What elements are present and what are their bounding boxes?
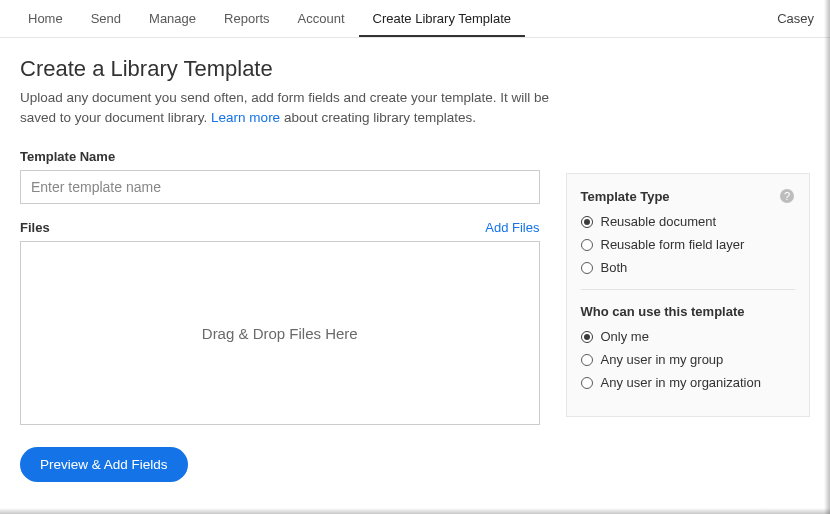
bottom-shadow [0, 508, 830, 514]
template-type-header: Template Type ? [581, 188, 796, 204]
nav-item-account[interactable]: Account [284, 1, 359, 36]
nav-item-reports[interactable]: Reports [210, 1, 284, 36]
template-type-title: Template Type [581, 189, 670, 204]
radio-icon [581, 239, 593, 251]
page-title: Create a Library Template [20, 56, 810, 82]
page-body: Create a Library Template Upload any doc… [0, 38, 830, 500]
template-type-option-label: Reusable document [601, 214, 717, 229]
add-files-link[interactable]: Add Files [485, 220, 539, 235]
nav-item-home[interactable]: Home [14, 1, 77, 36]
files-label: Files [20, 220, 50, 235]
files-header: Files Add Files [20, 220, 540, 235]
access-option-1[interactable]: Any user in my group [581, 352, 796, 367]
template-type-options: Reusable documentReusable form field lay… [581, 214, 796, 275]
access-option-2[interactable]: Any user in my organization [581, 375, 796, 390]
access-option-label: Any user in my organization [601, 375, 761, 390]
files-dropzone[interactable]: Drag & Drop Files Here [20, 241, 540, 425]
radio-icon [581, 354, 593, 366]
radio-icon [581, 377, 593, 389]
page-description: Upload any document you send often, add … [20, 88, 580, 127]
left-column: Template Name Files Add Files Drag & Dro… [20, 149, 540, 482]
template-name-label: Template Name [20, 149, 540, 164]
access-option-0[interactable]: Only me [581, 329, 796, 344]
nav-item-create-library-template[interactable]: Create Library Template [359, 1, 526, 36]
template-type-option-label: Both [601, 260, 628, 275]
learn-more-link[interactable]: Learn more [211, 110, 280, 125]
template-name-input[interactable] [20, 170, 540, 204]
radio-icon [581, 331, 593, 343]
panel-divider [581, 289, 796, 290]
top-nav: HomeSendManageReportsAccountCreate Libra… [0, 0, 830, 38]
template-type-option-0[interactable]: Reusable document [581, 214, 796, 229]
access-option-label: Only me [601, 329, 649, 344]
desc-text-b: about creating library templates. [280, 110, 476, 125]
radio-icon [581, 216, 593, 228]
help-icon[interactable]: ? [779, 188, 795, 204]
nav-item-manage[interactable]: Manage [135, 1, 210, 36]
preview-add-fields-button[interactable]: Preview & Add Fields [20, 447, 188, 482]
dropzone-text: Drag & Drop Files Here [202, 325, 358, 342]
access-title: Who can use this template [581, 304, 796, 319]
template-type-option-1[interactable]: Reusable form field layer [581, 237, 796, 252]
right-panel: Template Type ? Reusable documentReusabl… [566, 173, 811, 417]
radio-icon [581, 262, 593, 274]
template-type-option-2[interactable]: Both [581, 260, 796, 275]
nav-item-send[interactable]: Send [77, 1, 135, 36]
access-options: Only meAny user in my groupAny user in m… [581, 329, 796, 390]
svg-text:?: ? [784, 190, 790, 202]
access-option-label: Any user in my group [601, 352, 724, 367]
template-type-option-label: Reusable form field layer [601, 237, 745, 252]
content-columns: Template Name Files Add Files Drag & Dro… [20, 149, 810, 482]
user-menu[interactable]: Casey [777, 11, 816, 26]
